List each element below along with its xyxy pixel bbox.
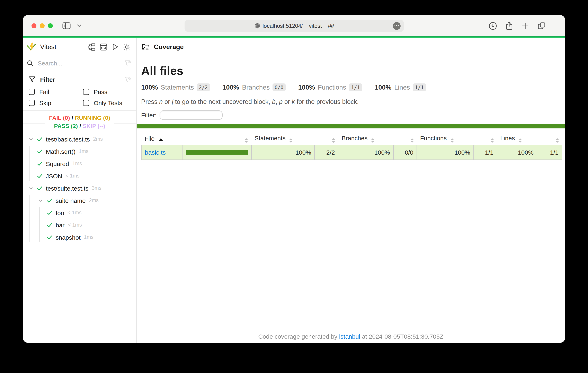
running-count: RUNNING (0) bbox=[75, 114, 110, 121]
coverage-filter-input[interactable] bbox=[159, 110, 222, 120]
checkbox-label: Pass bbox=[94, 88, 107, 95]
sidebar-header-icons bbox=[88, 43, 131, 51]
tree-item-suite[interactable]: suite name 2ms bbox=[23, 194, 136, 207]
tree-item-test[interactable]: snapshot 1ms bbox=[23, 231, 136, 243]
traffic-lights bbox=[23, 23, 53, 28]
tree-item-test[interactable]: Squared 1ms bbox=[23, 157, 136, 170]
filter-checkbox-fail[interactable]: Fail bbox=[29, 88, 83, 95]
chevron-down-icon[interactable] bbox=[77, 24, 81, 27]
download-icon[interactable] bbox=[489, 21, 497, 30]
tree-item-test[interactable]: foo < 1ms bbox=[23, 207, 136, 219]
tree-item-label: suite name bbox=[56, 197, 86, 204]
vitest-logo-icon bbox=[27, 42, 36, 52]
check-icon bbox=[37, 149, 42, 154]
more-icon[interactable] bbox=[393, 22, 401, 30]
tree-item-test[interactable]: bar < 1ms bbox=[23, 219, 136, 231]
close-window-button[interactable] bbox=[32, 23, 36, 28]
sorter-icon bbox=[245, 138, 248, 143]
stat-percentage: 100% bbox=[222, 84, 239, 91]
tree-item-file[interactable]: test/basic.test.ts 2ms bbox=[23, 133, 136, 145]
tree-item-test[interactable]: JSON < 1ms bbox=[23, 170, 136, 182]
coverage-filter: Filter: bbox=[141, 110, 565, 120]
fail-count: FAIL (0) bbox=[49, 114, 70, 121]
funnel-icon bbox=[29, 76, 36, 83]
zoom-window-button[interactable] bbox=[48, 23, 53, 28]
tree-guide-line bbox=[39, 207, 40, 242]
lines-fraction-cell: 1/1 bbox=[537, 145, 562, 159]
column-header-statements-fraction[interactable] bbox=[315, 133, 338, 145]
clear-filter-icon[interactable] bbox=[124, 76, 131, 83]
stat-label: Branches bbox=[242, 84, 270, 91]
stat-percentage: 100% bbox=[298, 84, 315, 91]
tree-item-duration: 1ms bbox=[72, 161, 82, 166]
tree-item-label: Squared bbox=[46, 160, 69, 167]
coverage-nav: Coverage bbox=[137, 38, 565, 56]
stat-label: Lines bbox=[394, 84, 410, 91]
stat-fraction-badge: 1/1 bbox=[413, 83, 426, 91]
search-icon bbox=[27, 60, 33, 66]
tree-item-test[interactable]: Math.sqrt() 1ms bbox=[23, 145, 136, 157]
file-link[interactable]: basic.ts bbox=[145, 149, 166, 156]
check-icon bbox=[47, 235, 52, 240]
column-header-branches-fraction[interactable] bbox=[394, 133, 417, 145]
lines-pct-cell: 100% bbox=[497, 145, 537, 159]
filter-checkbox-only-tests[interactable]: Only Tests bbox=[83, 99, 131, 106]
chevron-down-icon[interactable] bbox=[38, 198, 43, 203]
check-icon bbox=[37, 173, 42, 178]
tree-item-file[interactable]: test/suite.test.ts 3ms bbox=[23, 182, 136, 194]
sorter-icon bbox=[490, 138, 494, 143]
chevron-down-icon[interactable] bbox=[28, 136, 33, 142]
share-icon[interactable] bbox=[505, 21, 513, 30]
run-all-icon[interactable] bbox=[111, 43, 119, 51]
column-header-statements[interactable]: Statements bbox=[251, 133, 315, 145]
branches-fraction-cell: 0/0 bbox=[394, 145, 417, 159]
sorter-icon bbox=[410, 138, 413, 143]
checkbox-icon bbox=[29, 89, 35, 95]
column-header-branches[interactable]: Branches bbox=[338, 133, 394, 145]
sorter-icon bbox=[451, 138, 454, 143]
test-tree: test/basic.test.ts 2ms Math.sqrt() 1ms S… bbox=[23, 133, 136, 243]
toolbar-divider bbox=[74, 22, 74, 30]
stat-label: Statements bbox=[161, 84, 194, 91]
search-input[interactable] bbox=[37, 59, 121, 67]
globe-icon bbox=[254, 23, 260, 29]
theme-toggle-icon[interactable] bbox=[123, 43, 131, 51]
tree-item-duration: 2ms bbox=[89, 197, 99, 203]
column-header-lines-fraction[interactable] bbox=[537, 133, 562, 145]
toolbar-actions bbox=[489, 21, 546, 30]
browser-toolbar: localhost:51204/__vitest__/#/ bbox=[23, 15, 565, 36]
vitest-sidebar: Vitest bbox=[23, 38, 137, 343]
chevron-down-icon[interactable] bbox=[28, 186, 33, 191]
istanbul-link[interactable]: istanbul bbox=[339, 333, 360, 340]
new-tab-icon[interactable] bbox=[521, 22, 529, 30]
tabs-overview-icon[interactable] bbox=[537, 21, 546, 30]
sidebar-header: Vitest bbox=[23, 38, 136, 56]
tree-item-label: snapshot bbox=[56, 234, 81, 241]
filter-title: Filter bbox=[40, 76, 55, 83]
tree-item-duration: 3ms bbox=[92, 185, 101, 191]
address-bar[interactable]: localhost:51204/__vitest__/#/ bbox=[185, 20, 404, 32]
sorter-icon bbox=[289, 138, 293, 143]
filter-checkbox-pass[interactable]: Pass bbox=[83, 88, 131, 95]
branches-pct-cell: 100% bbox=[338, 145, 394, 159]
search-bar bbox=[23, 56, 136, 70]
clear-search-filter-icon[interactable] bbox=[124, 60, 131, 66]
sidebar-toggle-icon[interactable] bbox=[62, 22, 71, 30]
checkbox-icon bbox=[29, 100, 35, 106]
column-header-lines[interactable]: Lines bbox=[497, 133, 537, 145]
coverage-stats: 100% Statements 2/2 100% Branches 0/0 10… bbox=[141, 83, 565, 91]
dashboard-icon[interactable] bbox=[99, 43, 108, 51]
stat-percentage: 100% bbox=[141, 84, 158, 91]
check-icon bbox=[37, 186, 42, 191]
minimize-window-button[interactable] bbox=[40, 23, 45, 28]
column-header-functions[interactable]: Functions bbox=[417, 133, 474, 145]
column-header-file[interactable]: File bbox=[141, 133, 182, 145]
tree-view-icon[interactable] bbox=[88, 43, 96, 51]
separator: / bbox=[79, 123, 81, 129]
coverage-status-bar bbox=[137, 124, 565, 128]
column-header-bar[interactable] bbox=[182, 133, 251, 145]
checkbox-label: Fail bbox=[39, 88, 49, 95]
filter-checkbox-skip[interactable]: Skip bbox=[29, 99, 83, 106]
column-header-functions-fraction[interactable] bbox=[474, 133, 497, 145]
test-run-summary: FAIL (0)/RUNNING (0) PASS (2)/SKIP (--) bbox=[23, 111, 136, 133]
